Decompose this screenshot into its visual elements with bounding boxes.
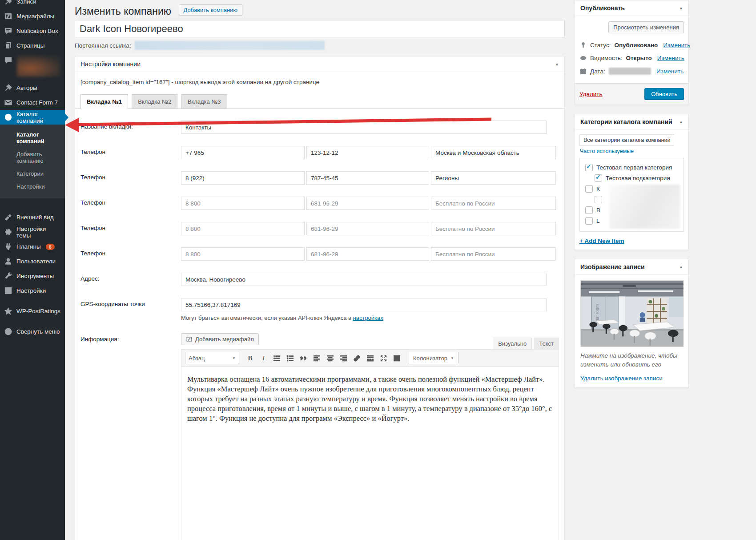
phone-number-input[interactable] [306, 222, 429, 235]
sidebar-item-label: Свернуть меню [16, 328, 60, 335]
submenu-item-add-company[interactable]: Добавить компанию [0, 148, 65, 167]
category-checkbox[interactable] [585, 185, 593, 193]
phone-note-input[interactable] [431, 222, 556, 235]
link-icon [353, 355, 361, 362]
address-label: Адрес: [80, 273, 181, 286]
bold-button[interactable]: B [244, 353, 256, 364]
preview-changes-button[interactable]: Просмотреть изменения [608, 21, 684, 33]
columnizer-button[interactable]: Колонизатор ▼ [409, 352, 458, 364]
sidebar-item-theme-settings[interactable]: Настройки темы [0, 225, 65, 239]
update-button[interactable]: Обновить [644, 88, 684, 100]
editor-content-area[interactable]: Мультиварка оснащена 16 автоматическими … [181, 367, 559, 540]
collapse-toggle-icon[interactable]: ▲ [555, 62, 559, 66]
date-blurred-value [609, 68, 651, 75]
numbered-list-button[interactable] [284, 353, 296, 364]
italic-button[interactable]: I [257, 353, 269, 364]
sidebar-item-pages[interactable]: Страницы [0, 38, 65, 53]
phone-number-input[interactable] [306, 171, 429, 185]
gps-input[interactable] [181, 298, 547, 311]
submenu-item-catalog[interactable]: Каталог компаний [0, 128, 65, 148]
add-media-button[interactable]: Добавить медиафайл [181, 333, 259, 345]
phone-code-input[interactable] [181, 247, 305, 261]
featured-image-hint: Нажмите на изображение, чтобы изменить и… [580, 351, 683, 369]
tab-2[interactable]: Вкладка №2 [132, 94, 177, 109]
align-center-button[interactable] [324, 353, 336, 364]
categories-header[interactable]: Категории каталога компаний ▲ [575, 114, 688, 130]
edit-date-link[interactable]: Изменить [656, 68, 684, 75]
toolbar-toggle-icon [393, 355, 401, 362]
featured-image-thumbnail[interactable]: chat room [580, 280, 684, 347]
toolbar-toggle-button[interactable] [391, 353, 403, 364]
category-checkbox[interactable] [585, 206, 593, 214]
fullscreen-button[interactable] [378, 353, 390, 364]
category-checkbox[interactable] [595, 196, 602, 203]
phone-number-input[interactable] [306, 197, 429, 210]
phone-code-input[interactable] [181, 171, 305, 185]
bulleted-list-icon [273, 355, 281, 362]
collapse-menu-button[interactable]: Свернуть меню [0, 324, 65, 339]
category-checkbox[interactable] [585, 217, 593, 225]
bulleted-list-button[interactable] [271, 353, 283, 364]
calendar-icon [580, 68, 587, 75]
link-button[interactable] [351, 353, 363, 364]
pin-icon [580, 42, 587, 48]
sidebar-item-contact-form-7[interactable]: Contact Form 7 [0, 95, 65, 110]
align-right-icon [340, 355, 347, 362]
submenu-item-settings[interactable]: Настройки [0, 180, 65, 193]
frequently-used-tab[interactable]: Часто используемые [580, 148, 684, 154]
sidebar-item-settings[interactable]: Настройки [0, 283, 65, 298]
paragraph-format-dropdown[interactable]: Абзац ▼ [185, 352, 239, 364]
phone-note-input[interactable] [431, 247, 556, 261]
visual-tab[interactable]: Визуально [493, 338, 532, 349]
sidebar-item-wp-postratings[interactable]: WP-PostRatings [0, 304, 65, 318]
category-checkbox-checked[interactable] [585, 164, 593, 171]
edit-status-link[interactable]: Изменить [663, 42, 690, 48]
metabox-header[interactable]: Настройки компании ▲ [75, 56, 564, 72]
edit-visibility-link[interactable]: Изменить [657, 55, 684, 61]
featured-image-header[interactable]: Изображение записи ▲ [575, 259, 688, 275]
add-new-item-link[interactable]: + Add New Item [579, 238, 624, 244]
tab-3[interactable]: Вкладка №3 [181, 94, 227, 109]
sidebar-item-notification-box[interactable]: Notification Box [0, 24, 65, 38]
tab-1[interactable]: Вкладка №1 [80, 94, 128, 109]
sidebar-item-plugins[interactable]: Плагины 6 [0, 239, 65, 254]
collapse-toggle-icon[interactable]: ▲ [679, 6, 683, 10]
all-categories-tab[interactable]: Все категории каталога компаний [579, 134, 674, 146]
title-input[interactable] [75, 20, 565, 37]
phone-note-input[interactable] [431, 146, 556, 159]
submenu-item-categories[interactable]: Категории [0, 167, 65, 180]
phone-note-input[interactable] [431, 171, 556, 185]
address-input[interactable] [181, 273, 547, 286]
publish-header[interactable]: Опубликовать ▲ [575, 0, 688, 16]
media-icon [4, 12, 12, 21]
add-company-button[interactable]: Добавить компанию [179, 4, 243, 16]
sidebar-item-users[interactable]: Пользователи [0, 254, 65, 269]
phone-code-input[interactable] [181, 146, 305, 159]
phone-note-input[interactable] [431, 197, 556, 210]
blockquote-button[interactable] [298, 353, 310, 364]
sidebar-item-appearance[interactable]: Внешний вид [0, 210, 65, 225]
page-title: Изменить компанию [75, 5, 171, 17]
settings-link[interactable]: настройках [353, 314, 383, 321]
sidebar-item-posts[interactable]: Записи [0, 0, 65, 9]
tab-name-input[interactable] [181, 121, 547, 134]
collapse-toggle-icon[interactable]: ▲ [679, 120, 683, 124]
sidebar-item-tools[interactable]: Инструменты [0, 269, 65, 283]
phone-number-input[interactable] [306, 247, 429, 261]
phone-code-input[interactable] [181, 222, 305, 235]
remove-featured-image-link[interactable]: Удалить изображение записи [580, 375, 663, 382]
read-more-button[interactable] [364, 353, 376, 364]
sidebar-item-media[interactable]: Медиафайлы [0, 9, 65, 24]
category-checklist[interactable]: Тестовая первая категория Тестовая подка… [579, 158, 684, 232]
sidebar-item-authors[interactable]: Авторы [0, 81, 65, 95]
text-tab[interactable]: Текст [534, 338, 559, 349]
move-to-trash-link[interactable]: Удалить [579, 91, 603, 97]
category-checkbox-checked[interactable] [595, 174, 602, 182]
phone-code-input[interactable] [181, 197, 305, 210]
align-left-button[interactable] [311, 353, 323, 364]
align-right-button[interactable] [338, 353, 350, 364]
sidebar-item-company-catalog[interactable]: Каталог компаний [0, 110, 65, 125]
collapse-toggle-icon[interactable]: ▲ [679, 265, 683, 269]
sidebar-item-comments[interactable] [0, 53, 65, 81]
phone-number-input[interactable] [306, 146, 429, 159]
